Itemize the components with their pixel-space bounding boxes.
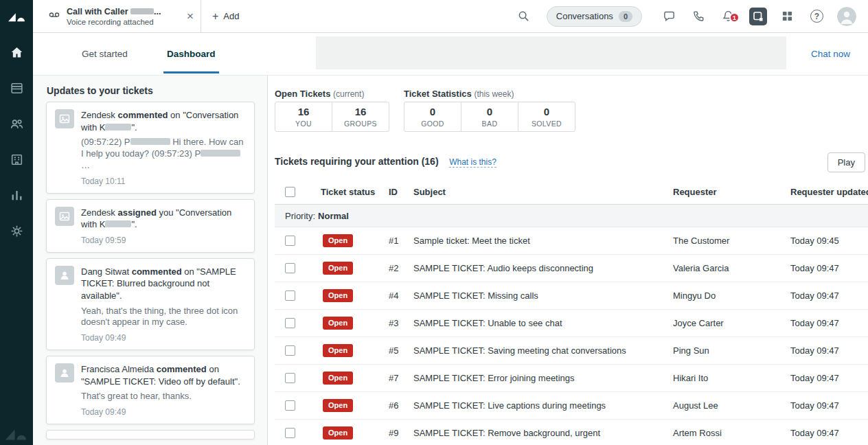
avatar-image — [837, 7, 856, 26]
admin-gear-icon[interactable] — [0, 214, 33, 247]
custom-app-icon[interactable] — [743, 8, 773, 25]
help-question-glyph: ? — [810, 10, 823, 23]
apps-grid-icon[interactable] — [773, 10, 802, 22]
row-checkbox[interactable] — [285, 345, 295, 356]
ticket-updated: Today 09:47 — [790, 373, 868, 383]
notifications-bell-icon[interactable]: 1 — [713, 10, 743, 23]
tab-dashboard[interactable]: Dashboard — [163, 33, 219, 73]
ticket-requester: Joyce Carter — [673, 318, 790, 328]
status-badge-cell: Open — [321, 372, 389, 385]
ticket-id: #2 — [389, 263, 413, 273]
table-row[interactable]: Open #3 SAMPLE TICKET: Unable to see cha… — [275, 310, 868, 337]
header-subject[interactable]: Subject — [413, 187, 673, 197]
row-checkbox[interactable] — [285, 400, 295, 411]
priority-group-label: Priority: — [285, 211, 315, 221]
play-button[interactable]: Play — [827, 152, 865, 172]
customers-icon[interactable] — [0, 107, 33, 140]
row-checkbox[interactable] — [285, 236, 295, 246]
stat-value: 0 — [430, 106, 435, 117]
ticket-id: #1 — [389, 236, 413, 246]
ticket-updated: Today 09:47 — [790, 428, 868, 438]
ticket-id: #3 — [389, 318, 413, 328]
user-avatar[interactable] — [832, 7, 861, 26]
search-icon[interactable] — [509, 10, 538, 22]
organizations-icon[interactable] — [0, 143, 33, 176]
ticket-updated: Today 09:47 — [790, 263, 868, 273]
close-tab-icon[interactable]: × — [187, 10, 194, 22]
table-row[interactable]: Open #7 SAMPLE TICKET: Error joining mee… — [275, 365, 868, 392]
ticket-requester: Valeria Garcia — [673, 263, 790, 273]
user-avatar-icon — [55, 363, 74, 383]
ticket-statistics-stats: 0 GOOD 0 BAD 0 SOLVED — [404, 102, 575, 132]
conversation-tab-title: Call with Caller ... — [67, 7, 161, 16]
tab-get-started[interactable]: Get started — [78, 33, 131, 76]
row-checkbox[interactable] — [285, 318, 295, 328]
status-badge: Open — [323, 289, 353, 302]
help-icon[interactable]: ? — [802, 10, 832, 23]
stat-label: GROUPS — [344, 119, 377, 128]
stat-good[interactable]: 0 GOOD — [404, 102, 461, 132]
chat-icon[interactable] — [654, 10, 684, 23]
plus-icon: + — [212, 10, 218, 23]
ticket-id: #7 — [389, 373, 413, 383]
reporting-icon[interactable] — [0, 179, 33, 212]
stat-open-you[interactable]: 16 YOU — [275, 102, 332, 132]
stat-value: 0 — [544, 106, 549, 117]
open-tickets-heading: Open Tickets (current) — [275, 89, 364, 99]
ticket-id: #4 — [389, 290, 413, 301]
phone-icon[interactable] — [684, 10, 713, 23]
update-card[interactable]: Dang Sitwat commented on "SAMPLE TICKET:… — [46, 258, 255, 350]
zendesk-avatar-icon — [55, 207, 74, 226]
row-checkbox[interactable] — [285, 290, 295, 301]
update-card-title: Zendesk commented on "Conversation with … — [81, 109, 246, 133]
update-card[interactable]: Zendesk assigned you "Conversation with … — [46, 199, 255, 253]
chat-now-link[interactable]: Chat now — [811, 33, 850, 76]
dashboard-main: Open Tickets (current) 16 YOU 16 GROUPS … — [268, 76, 868, 445]
stat-bad[interactable]: 0 BAD — [461, 102, 518, 132]
table-row[interactable]: Open #1 Sample ticket: Meet the ticket T… — [275, 227, 868, 255]
table-row[interactable]: Open #4 SAMPLE TICKET: Missing calls Min… — [275, 282, 868, 310]
ticket-requester: Hikari Ito — [673, 373, 790, 383]
updates-panel-title: Updates to your tickets — [47, 85, 267, 96]
conversations-button[interactable]: Conversations 0 — [547, 6, 642, 27]
home-icon[interactable] — [0, 36, 33, 69]
row-checkbox[interactable] — [285, 428, 295, 438]
update-card[interactable] — [46, 430, 255, 440]
stat-label: YOU — [295, 119, 312, 128]
table-row[interactable]: Open #9 SAMPLE TICKET: Remove background… — [275, 420, 868, 445]
table-row[interactable]: Open #5 SAMPLE TICKET: Saving meeting ch… — [275, 337, 868, 365]
header-requester[interactable]: Requester — [673, 187, 790, 197]
update-card-timestamp: Today 10:11 — [81, 176, 246, 186]
row-checkbox[interactable] — [285, 263, 295, 273]
views-icon[interactable] — [0, 71, 33, 104]
table-row[interactable]: Open #2 SAMPLE TICKET: Audio keeps disco… — [275, 255, 868, 282]
update-card-timestamp: Today 09:49 — [81, 407, 246, 417]
custom-app-tile — [749, 8, 767, 25]
update-card-timestamp: Today 09:59 — [81, 236, 246, 245]
status-badge: Open — [323, 372, 353, 385]
ticket-subject: Sample ticket: Meet the ticket — [413, 236, 673, 246]
row-checkbox[interactable] — [285, 373, 295, 383]
update-card-content: Zendesk commented on "Conversation with … — [81, 109, 246, 186]
stat-solved[interactable]: 0 SOLVED — [518, 102, 575, 132]
header-ticket-status[interactable]: Ticket status — [321, 187, 389, 197]
attention-title: Tickets requiring your attention (16) — [275, 156, 439, 167]
select-all-checkbox[interactable] — [285, 187, 295, 197]
ticket-subject: SAMPLE TICKET: Remove background, urgent — [413, 428, 673, 438]
stat-open-groups[interactable]: 16 GROUPS — [332, 102, 389, 132]
stat-label: BAD — [482, 119, 498, 128]
add-button[interactable]: +Add — [212, 10, 239, 23]
status-badge-cell: Open — [321, 344, 389, 357]
update-card[interactable]: Zendesk commented on "Conversation with … — [46, 102, 255, 194]
update-card[interactable]: Francisca Almeida commented on "SAMPLE T… — [46, 356, 255, 424]
what-is-this-link[interactable]: What is this? — [449, 157, 496, 168]
top-bar: Call with Caller ... Voice recording att… — [33, 0, 868, 33]
header-requester-updated[interactable]: Requester updated — [790, 187, 868, 197]
table-row[interactable]: Open #6 SAMPLE TICKET: Live captions dur… — [275, 392, 868, 420]
update-card-content: Dang Sitwat commented on "SAMPLE TICKET:… — [81, 266, 246, 343]
left-nav — [0, 0, 33, 445]
conversation-tab[interactable]: Call with Caller ... Voice recording att… — [33, 0, 201, 33]
status-badge-cell: Open — [321, 399, 389, 412]
header-id[interactable]: ID — [389, 187, 413, 197]
open-tickets-note: (current) — [333, 89, 364, 99]
